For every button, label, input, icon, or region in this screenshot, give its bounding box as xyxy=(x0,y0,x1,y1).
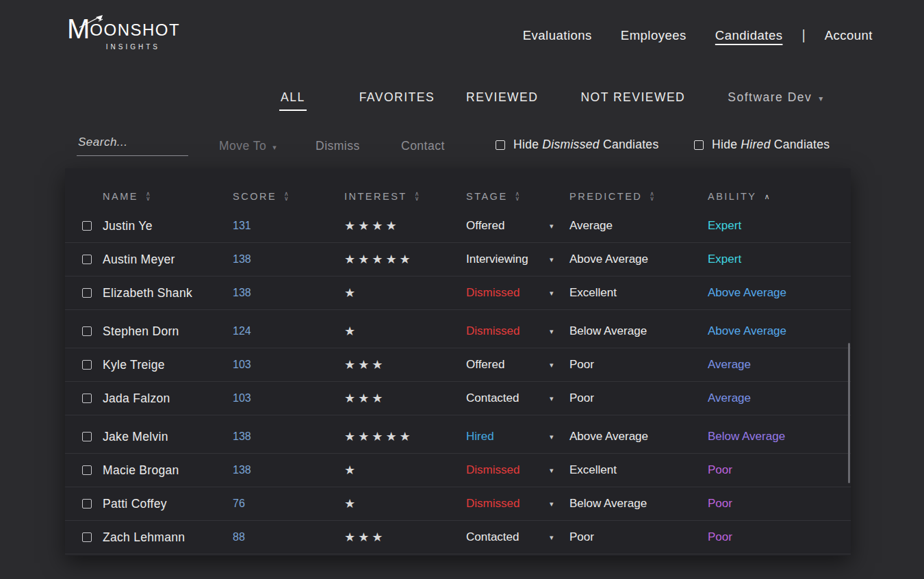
table-row: Jada Falzon103★★★Contacted▾PoorAverage xyxy=(65,382,851,415)
column-label: ABILITY xyxy=(708,191,757,202)
sort-icon: ∧∨ xyxy=(515,192,522,201)
candidate-name: Kyle Treige xyxy=(103,358,233,372)
toolbar: Move To▾ Dismiss Contact Hide Dismissed … xyxy=(0,136,924,163)
candidate-name: Zach Lehmann xyxy=(103,530,233,545)
stage-dropdown[interactable]: Contacted▾ xyxy=(466,530,569,544)
stage-dropdown[interactable]: Offered▾ xyxy=(466,358,569,372)
tab-reviewed[interactable]: REVIEWED xyxy=(466,90,538,105)
table-header: NAME∧∨SCORE∧∨INTEREST∧∨STAGE∧∨PREDICTED∧… xyxy=(65,187,851,206)
candidate-name: Elizabeth Shank xyxy=(103,286,233,300)
row-checkbox[interactable] xyxy=(82,394,103,403)
table-row: Stephen Dorn124★Dismissed▾Below AverageA… xyxy=(65,315,851,348)
interest-stars: ★ xyxy=(344,496,466,511)
chevron-down-icon: ▾ xyxy=(550,466,554,475)
candidate-name: Macie Brogan xyxy=(103,463,233,478)
stage-label: Hired xyxy=(466,430,494,443)
ability-value: Average xyxy=(708,391,851,405)
candidate-score: 138 xyxy=(233,253,344,266)
row-checkbox[interactable] xyxy=(82,255,103,264)
stage-dropdown[interactable]: Dismissed▾ xyxy=(466,497,569,511)
stage-dropdown[interactable]: Hired▾ xyxy=(466,430,569,443)
candidate-score: 138 xyxy=(233,464,344,476)
move-to-button[interactable]: Move To▾ xyxy=(219,139,277,153)
predicted-value: Above Average xyxy=(569,253,708,266)
contact-button[interactable]: Contact xyxy=(401,139,445,153)
column-header-predicted[interactable]: PREDICTED∧∨ xyxy=(569,191,708,202)
sort-icon: ∧∨ xyxy=(415,192,421,201)
interest-stars: ★ xyxy=(344,285,466,300)
row-checkbox[interactable] xyxy=(82,532,103,542)
candidate-score: 103 xyxy=(233,392,344,404)
tab-not-reviewed[interactable]: NOT REVIEWED xyxy=(580,90,685,105)
sort-icon: ∧∨ xyxy=(650,192,656,201)
stage-label: Dismissed xyxy=(466,497,519,510)
logo[interactable]: MOONSHOT INSIGHTS xyxy=(67,14,177,51)
label-part-italic: Hired xyxy=(741,138,770,151)
stage-dropdown[interactable]: Interviewing▾ xyxy=(466,253,569,266)
search-field[interactable] xyxy=(77,136,188,156)
role-filter-label: Software Dev xyxy=(728,90,812,104)
column-header-name[interactable]: NAME∧∨ xyxy=(103,191,233,202)
column-label: NAME xyxy=(103,191,138,202)
stage-dropdown[interactable]: Dismissed▾ xyxy=(466,463,569,477)
candidate-score: 88 xyxy=(233,531,344,543)
column-header-score[interactable]: SCORE∧∨ xyxy=(233,191,344,202)
table-row: Austin Meyer138★★★★★Interviewing▾Above A… xyxy=(65,243,851,276)
candidate-score: 131 xyxy=(233,220,344,232)
ability-value: Above Average xyxy=(708,324,851,338)
top-nav: EvaluationsEmployeesCandidates|Account xyxy=(494,27,873,43)
column-header-interest[interactable]: INTEREST∧∨ xyxy=(344,191,466,202)
tab-all[interactable]: ALL xyxy=(281,90,305,105)
checkbox-icon xyxy=(82,221,92,231)
checkbox-icon xyxy=(82,532,92,542)
dismiss-button[interactable]: Dismiss xyxy=(316,139,360,153)
role-filter-dropdown[interactable]: Software Dev▾ xyxy=(728,90,824,105)
stage-label: Dismissed xyxy=(466,324,519,337)
row-checkbox[interactable] xyxy=(82,326,103,336)
checkbox-icon xyxy=(82,465,92,475)
label-part: Hide xyxy=(712,138,741,151)
ability-value: Expert xyxy=(708,219,851,233)
candidate-name: Jada Falzon xyxy=(103,391,233,406)
stage-dropdown[interactable]: Contacted▾ xyxy=(466,391,569,405)
nav-item-evaluations[interactable]: Evaluations xyxy=(523,28,592,43)
hide-hired-checkbox[interactable]: Hide Hired Candiates xyxy=(694,138,830,152)
stage-label: Contacted xyxy=(466,391,519,404)
nav-item-employees[interactable]: Employees xyxy=(621,28,686,43)
table-row: Jake Melvin138★★★★★Hired▾Above AverageBe… xyxy=(65,420,851,454)
column-header-stage[interactable]: STAGE∧∨ xyxy=(466,191,569,202)
column-header-ability[interactable]: ABILITY∧ xyxy=(708,191,851,202)
nav-item-account[interactable]: Account xyxy=(825,28,873,43)
move-to-label: Move To xyxy=(219,139,266,153)
stage-dropdown[interactable]: Dismissed▾ xyxy=(466,286,569,300)
row-checkbox[interactable] xyxy=(82,465,103,475)
chevron-down-icon: ▾ xyxy=(272,143,277,151)
search-input[interactable] xyxy=(77,136,188,156)
stage-dropdown[interactable]: Offered▾ xyxy=(466,219,569,233)
scrollbar[interactable] xyxy=(848,343,850,483)
table-row: Patti Coffey76★Dismissed▾Below AveragePo… xyxy=(65,487,851,521)
label-part: Candiates xyxy=(771,138,830,151)
chevron-down-icon: ▾ xyxy=(550,222,554,231)
chevron-down-icon: ▾ xyxy=(550,533,554,542)
interest-stars: ★★★★★ xyxy=(344,429,466,444)
label-part-italic: Dismissed xyxy=(542,138,599,151)
ability-value: Poor xyxy=(708,463,851,477)
chevron-down-icon: ▾ xyxy=(550,394,554,403)
predicted-value: Below Average xyxy=(569,497,708,511)
row-checkbox[interactable] xyxy=(82,288,103,298)
checkbox-icon xyxy=(82,499,92,509)
candidate-name: Jake Melvin xyxy=(103,430,233,444)
predicted-value: Average xyxy=(569,219,708,233)
tab-favorites[interactable]: FAVORITES xyxy=(359,90,435,105)
row-checkbox[interactable] xyxy=(82,432,103,441)
rocket-arrow-icon xyxy=(78,12,108,29)
row-checkbox[interactable] xyxy=(82,221,103,231)
column-label: INTEREST xyxy=(344,191,407,202)
nav-item-candidates[interactable]: Candidates xyxy=(715,28,783,43)
row-checkbox[interactable] xyxy=(82,499,103,509)
stage-dropdown[interactable]: Dismissed▾ xyxy=(466,324,569,338)
row-checkbox[interactable] xyxy=(82,360,103,370)
chevron-down-icon: ▾ xyxy=(550,500,554,509)
hide-dismissed-checkbox[interactable]: Hide Dismissed Candiates xyxy=(496,138,658,152)
